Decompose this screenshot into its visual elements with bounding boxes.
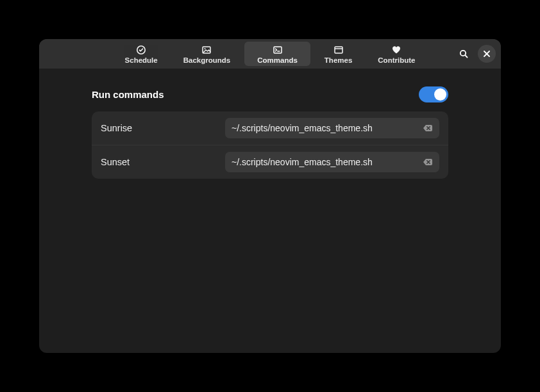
search-icon: [459, 49, 469, 59]
tab-contribute-label: Contribute: [378, 56, 415, 64]
row-sunset: Sunset: [92, 145, 448, 179]
content-area: Run commands Sunrise Sunset: [39, 69, 501, 353]
row-sunrise: Sunrise: [92, 111, 448, 145]
section-header: Run commands: [92, 86, 448, 102]
close-icon: [483, 50, 491, 58]
row-sunset-label: Sunset: [101, 157, 216, 167]
search-button[interactable]: [455, 45, 473, 63]
themes-icon: [333, 45, 344, 55]
tab-themes-label: Themes: [325, 56, 352, 64]
svg-point-2: [205, 48, 206, 49]
tab-schedule[interactable]: Schedule: [112, 39, 171, 69]
sunrise-clear-button[interactable]: [421, 122, 434, 135]
tab-themes[interactable]: Themes: [312, 39, 365, 69]
headerbar: Schedule Backgrounds Commands Themes: [39, 39, 501, 69]
row-sunrise-label: Sunrise: [101, 123, 216, 133]
tab-backgrounds[interactable]: Backgrounds: [171, 39, 244, 69]
svg-line-8: [465, 55, 467, 57]
clear-icon: [423, 157, 433, 167]
contribute-icon: [391, 45, 401, 55]
close-button[interactable]: [478, 45, 496, 63]
svg-rect-3: [274, 47, 282, 53]
svg-rect-5: [335, 47, 342, 53]
sunset-command-input[interactable]: [225, 152, 439, 172]
view-switcher: Schedule Backgrounds Commands Themes: [112, 39, 428, 69]
app-window: Schedule Backgrounds Commands Themes: [39, 39, 501, 353]
commands-list: Sunrise Sunset: [92, 111, 448, 179]
row-sunset-input-wrap: [225, 152, 439, 172]
tab-contribute[interactable]: Contribute: [365, 39, 428, 69]
section-title: Run commands: [92, 89, 164, 100]
backgrounds-icon: [201, 45, 212, 55]
tab-backgrounds-label: Backgrounds: [183, 56, 231, 64]
commands-icon: [273, 45, 283, 55]
headerbar-controls: [455, 39, 496, 69]
tab-commands-label: Commands: [257, 56, 298, 64]
clear-icon: [423, 123, 433, 133]
row-sunrise-input-wrap: [225, 118, 439, 138]
tab-schedule-label: Schedule: [125, 56, 158, 64]
schedule-icon: [136, 45, 146, 55]
run-commands-toggle[interactable]: [419, 86, 448, 102]
sunrise-command-input[interactable]: [225, 118, 439, 138]
sunset-clear-button[interactable]: [421, 156, 434, 168]
tab-commands[interactable]: Commands: [244, 42, 310, 66]
